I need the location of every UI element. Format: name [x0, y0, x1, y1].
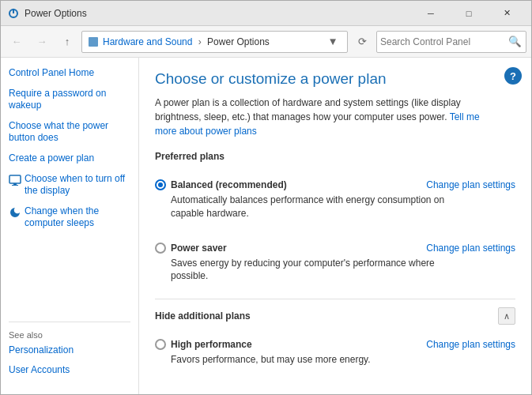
help-button[interactable]: ? [504, 67, 522, 85]
radio-high-performance[interactable] [155, 339, 166, 350]
sidebar-link-personalization[interactable]: Personalization [9, 344, 130, 357]
content-area: Control Panel Home Require a password on… [1, 58, 531, 394]
breadcrumb-current: Power Options [207, 36, 270, 47]
radio-balanced[interactable] [155, 179, 166, 190]
main-panel: ? Choose or customize a power plan A pow… [139, 58, 531, 394]
plan-name-row-high-performance: High performance [155, 339, 252, 350]
search-button[interactable]: 🔍 [507, 34, 523, 50]
plan-item-power-saver: Power saver Change plan settings Saves e… [155, 236, 515, 290]
address-breadcrumb: Hardware and Sound › Power Options [103, 36, 320, 47]
sidebar-link-create-plan[interactable]: Create a power plan [9, 152, 130, 165]
collapse-button[interactable]: ∧ [498, 307, 515, 325]
search-box: 🔍 [376, 31, 526, 53]
back-icon: ← [12, 36, 22, 47]
sleep-icon [9, 206, 21, 219]
sidebar-link-user-accounts[interactable]: User Accounts [9, 364, 130, 377]
svg-rect-4 [13, 183, 17, 185]
plan-name-row-power-saver: Power saver [155, 243, 227, 254]
plan-description-balanced: Automatically balances performance with … [171, 194, 447, 220]
window: Power Options ─ □ ✕ ← → ↑ Hardware and S… [0, 0, 532, 395]
section-separator [155, 299, 515, 299]
window-icon [7, 7, 20, 20]
back-button[interactable]: ← [6, 31, 28, 53]
plan-name-high-performance: High performance [171, 339, 252, 350]
address-dropdown-button[interactable]: ▼ [323, 32, 342, 52]
preferred-plans-header: Preferred plans [155, 151, 515, 165]
forward-icon: → [37, 36, 47, 47]
sidebar-see-also: See also Personalization User Accounts [9, 322, 130, 385]
change-plan-power-saver[interactable]: Change plan settings [426, 243, 515, 254]
sidebar-link-sleep-container: Change when the computer sleeps [9, 205, 130, 230]
svg-rect-3 [9, 175, 21, 183]
sidebar-top-links: Control Panel Home Require a password on… [9, 67, 130, 306]
sidebar-link-turn-off-display-container: Choose when to turn off the display [9, 173, 130, 198]
sidebar-link-require-password[interactable]: Require a password on wakeup [9, 88, 130, 112]
breadcrumb-separator: › [198, 36, 202, 47]
sidebar-link-sleep[interactable]: Change when the computer sleeps [25, 205, 130, 230]
plan-item-high-performance: High performance Change plan settings Fa… [155, 333, 515, 373]
hide-plans-header: Hide additional plans ∧ [155, 307, 515, 325]
title-bar: Power Options ─ □ ✕ [1, 1, 531, 26]
forward-button[interactable]: → [31, 31, 53, 53]
up-icon: ↑ [65, 36, 70, 47]
close-button[interactable]: ✕ [489, 1, 525, 26]
refresh-button[interactable]: ⟳ [351, 31, 373, 53]
plan-item-balanced: Balanced (recommended) Change plan setti… [155, 173, 515, 227]
page-title: Choose or customize a power plan [155, 70, 515, 88]
address-bar-icon [87, 36, 100, 48]
page-description: A power plan is a collection of hardware… [155, 96, 503, 138]
up-button[interactable]: ↑ [56, 31, 78, 53]
sidebar-link-control-panel-home[interactable]: Control Panel Home [9, 67, 130, 80]
minimize-button[interactable]: ─ [413, 1, 449, 26]
sidebar-link-turn-off-display[interactable]: Choose when to turn off the display [25, 173, 130, 198]
plan-name-balanced: Balanced (recommended) [171, 179, 287, 190]
plan-name-row-balanced: Balanced (recommended) [155, 179, 287, 190]
maximize-button[interactable]: □ [451, 1, 487, 26]
window-controls: ─ □ ✕ [413, 1, 525, 26]
plan-name-power-saver: Power saver [171, 243, 227, 254]
plan-row-balanced: Balanced (recommended) Change plan setti… [155, 179, 515, 190]
search-icon: 🔍 [508, 36, 522, 47]
sidebar: Control Panel Home Require a password on… [1, 58, 139, 394]
plan-row-high-performance: High performance Change plan settings [155, 339, 515, 350]
search-input[interactable] [380, 36, 507, 47]
see-also-label: See also [9, 330, 130, 340]
hide-plans-label: Hide additional plans [155, 310, 251, 322]
change-plan-high-performance[interactable]: Change plan settings [426, 339, 515, 350]
toolbar: ← → ↑ Hardware and Sound › Power Options… [1, 26, 531, 58]
plan-row-power-saver: Power saver Change plan settings [155, 243, 515, 254]
plan-description-high-performance: Favors performance, but may use more ene… [171, 353, 447, 367]
page-description-text: A power plan is a collection of hardware… [155, 97, 461, 122]
monitor-icon [9, 174, 21, 186]
change-plan-balanced[interactable]: Change plan settings [426, 179, 515, 190]
svg-rect-2 [89, 37, 98, 47]
breadcrumb-hardware-sound[interactable]: Hardware and Sound [103, 36, 192, 47]
plan-description-power-saver: Saves energy by reducing your computer's… [171, 257, 447, 284]
svg-rect-5 [12, 185, 18, 186]
sidebar-wrapper: Control Panel Home Require a password on… [9, 67, 130, 385]
svg-rect-1 [13, 9, 14, 13]
window-title: Power Options [25, 8, 413, 19]
sidebar-link-power-button[interactable]: Choose what the power button does [9, 120, 130, 145]
address-bar: Hardware and Sound › Power Options ▼ [81, 31, 348, 53]
radio-power-saver[interactable] [155, 243, 166, 254]
